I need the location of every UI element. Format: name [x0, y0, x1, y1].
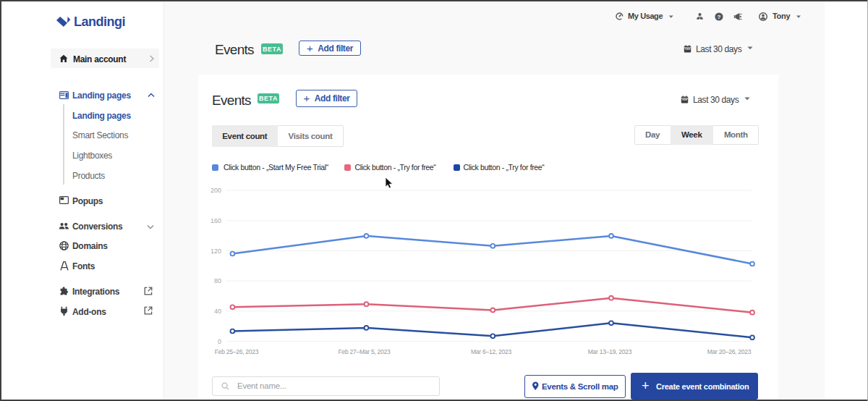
svg-text:Mar 20–26, 2023: Mar 20–26, 2023: [707, 348, 752, 355]
svg-text:Mar 6–12, 2023: Mar 6–12, 2023: [471, 348, 512, 355]
svg-text:?: ?: [717, 14, 720, 20]
svg-text:40: 40: [214, 308, 221, 315]
svg-text:Mar 13–19, 2023: Mar 13–19, 2023: [588, 348, 632, 355]
svg-text:Feb 25–26, 2023: Feb 25–26, 2023: [215, 348, 259, 355]
svg-text:Feb 27–Mar 5, 2023: Feb 27–Mar 5, 2023: [338, 348, 391, 355]
svg-text:0: 0: [218, 338, 221, 345]
svg-text:80: 80: [214, 277, 221, 284]
svg-text:120: 120: [210, 248, 221, 255]
svg-text:200: 200: [210, 187, 221, 194]
svg-text:160: 160: [210, 217, 221, 224]
